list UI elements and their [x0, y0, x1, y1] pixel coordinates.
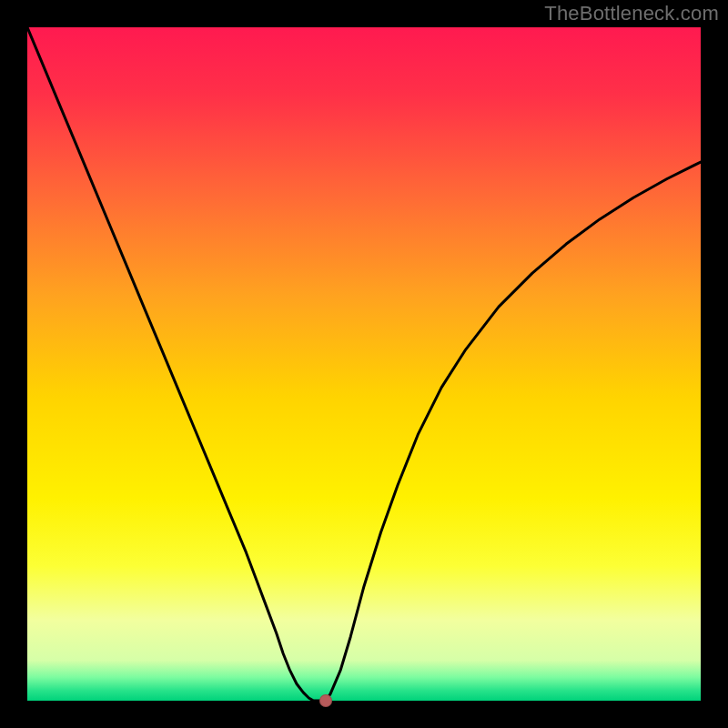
watermark-text: TheBottleneck.com — [544, 2, 719, 25]
chart-container: { "watermark": "TheBottleneck.com", "cha… — [0, 0, 728, 728]
plot-area — [27, 27, 701, 701]
chart-svg — [27, 27, 701, 701]
optimal-point-marker — [319, 694, 332, 707]
chart-background — [27, 27, 701, 701]
